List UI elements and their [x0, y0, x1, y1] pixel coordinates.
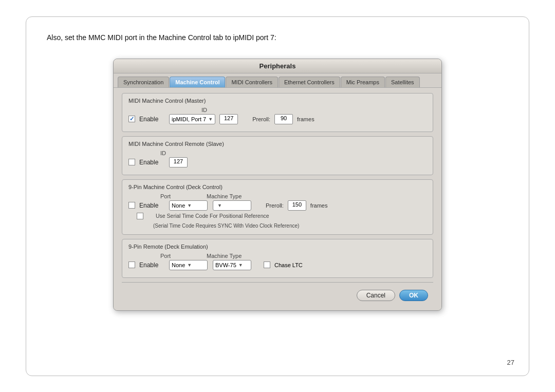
- midi-slave-enable-checkbox[interactable]: [128, 159, 135, 165]
- nine-pin-serial-tc-checkbox[interactable]: [137, 213, 143, 219]
- nine-pin-machine-type-select[interactable]: ▼: [213, 200, 251, 211]
- nine-pin-remote-port-arrow-icon: ▼: [187, 263, 192, 268]
- midi-master-port-value: ipMIDI, Port 7: [172, 116, 206, 122]
- tab-midi-controllers-label: MIDI Controllers: [231, 79, 272, 85]
- tab-midi-controllers[interactable]: MIDI Controllers: [226, 77, 278, 87]
- midi-slave-id-col-label: ID: [160, 150, 166, 156]
- nine-pin-remote-section: 9-Pin Remote (Deck Emulation) Port Machi…: [122, 239, 433, 278]
- dialog-title: Peripherals: [260, 62, 296, 70]
- nine-pin-title: 9-Pin Machine Control (Deck Control): [128, 184, 427, 190]
- dialog: Peripherals Synchronization Machine Cont…: [113, 59, 442, 311]
- tab-mic-preamps-label: Mic Preamps: [346, 79, 379, 85]
- nine-pin-port-col-header: Port: [160, 193, 207, 199]
- midi-slave-title: MIDI Machine Control Remote (Slave): [128, 141, 427, 147]
- tab-synchronization[interactable]: Synchronization: [118, 77, 169, 87]
- button-row: Cancel OK: [122, 287, 433, 303]
- tab-synchronization-label: Synchronization: [123, 79, 163, 85]
- tab-satellites-label: Satellites: [391, 79, 414, 85]
- nine-pin-remote-enable-checkbox[interactable]: [128, 262, 135, 268]
- divider: [122, 282, 433, 283]
- midi-master-enable-label: Enable: [139, 116, 165, 123]
- page-number: 27: [507, 359, 514, 366]
- midi-master-preroll-label: Preroll:: [252, 116, 270, 122]
- nine-pin-row: Enable None ▼ ▼ Preroll: 150 frames: [128, 200, 427, 211]
- nine-pin-remote-port-select[interactable]: None ▼: [169, 260, 208, 270]
- dialog-wrapper: Peripherals Synchronization Machine Cont…: [47, 59, 508, 311]
- midi-slave-enable-label: Enable: [139, 159, 165, 166]
- dialog-titlebar: Peripherals: [114, 59, 441, 73]
- dialog-content: MIDI Machine Control (Master) ID Enable …: [114, 88, 441, 310]
- cancel-button[interactable]: Cancel: [357, 290, 395, 301]
- nine-pin-remote-machine-type-value: BVW-75: [215, 262, 236, 268]
- midi-master-id-col-label: ID: [201, 107, 207, 113]
- nine-pin-frames-label: frames: [310, 202, 328, 209]
- nine-pin-remote-chase-ltc-label: Chase LTC: [274, 262, 303, 268]
- midi-master-frames-label: frames: [297, 116, 314, 122]
- nine-pin-section: 9-Pin Machine Control (Deck Control) Por…: [122, 179, 433, 235]
- nine-pin-remote-machine-type-select[interactable]: BVW-75 ▼: [213, 260, 251, 270]
- midi-slave-section: MIDI Machine Control Remote (Slave) ID E…: [122, 136, 433, 175]
- nine-pin-remote-row: Enable None ▼ BVW-75 ▼ Chase LTC: [128, 260, 427, 270]
- nine-pin-preroll-input[interactable]: 150: [288, 200, 306, 211]
- tab-bar: Synchronization Machine Control MIDI Con…: [114, 73, 441, 88]
- nine-pin-enable-label: Enable: [139, 202, 165, 209]
- midi-master-id-input[interactable]: 127: [219, 114, 238, 124]
- tab-machine-control-label: Machine Control: [175, 79, 219, 85]
- page-container: Also, set the MMC MIDI port in the Machi…: [26, 16, 529, 376]
- midi-master-port-select[interactable]: ipMIDI, Port 7 ▼: [169, 114, 215, 124]
- nine-pin-serial-tc-note: (Serial Time Code Requires SYNC With Vid…: [145, 223, 299, 229]
- nine-pin-enable-checkbox[interactable]: [128, 202, 135, 209]
- ok-button[interactable]: OK: [399, 290, 428, 301]
- nine-pin-serial-tc-row: Use Serial Time Code For Positional Refe…: [128, 213, 427, 219]
- midi-master-section: MIDI Machine Control (Master) ID Enable …: [122, 93, 433, 132]
- midi-master-port-arrow-icon: ▼: [208, 117, 213, 122]
- nine-pin-machine-type-col-header: Machine Type: [207, 193, 242, 199]
- midi-master-enable-checkbox[interactable]: [128, 116, 135, 122]
- midi-master-row: Enable ipMIDI, Port 7 ▼ 127 Preroll: 90 …: [128, 114, 427, 124]
- intro-text: Also, set the MMC MIDI port in the Machi…: [47, 32, 508, 43]
- nine-pin-remote-chase-ltc-checkbox[interactable]: [264, 262, 270, 268]
- nine-pin-port-select[interactable]: None ▼: [169, 200, 208, 211]
- tab-mic-preamps[interactable]: Mic Preamps: [341, 77, 385, 87]
- tab-ethernet-controllers[interactable]: Ethernet Controllers: [279, 77, 340, 87]
- nine-pin-remote-port-col-header: Port: [160, 253, 207, 259]
- nine-pin-port-value: None: [172, 202, 185, 209]
- nine-pin-remote-port-value: None: [172, 262, 185, 268]
- midi-slave-id-input[interactable]: 127: [169, 157, 188, 167]
- tab-machine-control[interactable]: Machine Control: [170, 77, 225, 87]
- nine-pin-remote-machine-type-arrow-icon: ▼: [238, 263, 243, 268]
- midi-master-title: MIDI Machine Control (Master): [128, 98, 427, 104]
- nine-pin-remote-title: 9-Pin Remote (Deck Emulation): [128, 244, 427, 250]
- nine-pin-remote-enable-label: Enable: [139, 262, 165, 269]
- midi-slave-row: Enable 127: [128, 157, 427, 167]
- nine-pin-serial-tc-label: Use Serial Time Code For Positional Refe…: [147, 213, 269, 219]
- nine-pin-machine-type-arrow-icon: ▼: [217, 203, 222, 208]
- nine-pin-preroll-label: Preroll:: [266, 202, 284, 209]
- midi-master-preroll-input[interactable]: 90: [274, 114, 293, 124]
- nine-pin-remote-machine-type-col-header: Machine Type: [207, 253, 242, 259]
- nine-pin-port-arrow-icon: ▼: [187, 203, 192, 208]
- tab-ethernet-controllers-label: Ethernet Controllers: [284, 79, 335, 85]
- tab-satellites[interactable]: Satellites: [385, 77, 420, 87]
